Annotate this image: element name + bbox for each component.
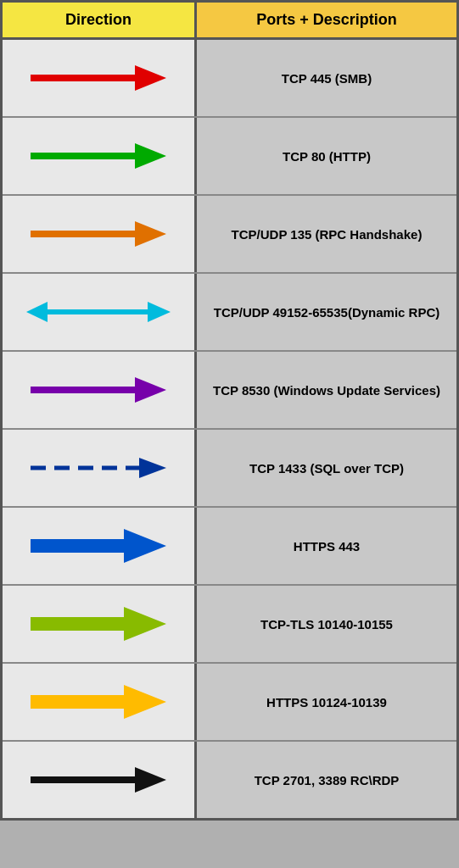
- direction-cell: [3, 430, 197, 506]
- description-cell: TCP 1433 (SQL over TCP): [197, 430, 456, 506]
- svg-rect-13: [31, 539, 128, 553]
- arrow-icon: [22, 369, 175, 411]
- description-cell: TCP/UDP 135 (RPC Handshake): [197, 196, 456, 272]
- svg-marker-18: [124, 685, 166, 719]
- description-text: HTTPS 443: [294, 539, 360, 554]
- arrow-container: [18, 287, 179, 337]
- header-row: Direction Ports + Description: [3, 3, 456, 40]
- description-cell: TCP/UDP 49152-65535(Dynamic RPC): [197, 274, 456, 350]
- arrow-icon: [22, 57, 175, 99]
- table-row: TCP/UDP 49152-65535(Dynamic RPC): [3, 274, 456, 352]
- svg-marker-1: [135, 65, 166, 91]
- direction-cell: [3, 508, 197, 584]
- table-row: TCP 1433 (SQL over TCP): [3, 430, 456, 508]
- arrow-container: [18, 53, 179, 103]
- description-cell: TCP 80 (HTTP): [197, 118, 456, 194]
- table-row: TCP 80 (HTTP): [3, 118, 456, 196]
- description-text: TCP 2701, 3389 RC\RDP: [255, 773, 400, 787]
- arrow-icon: [22, 525, 175, 567]
- description-text: TCP 445 (SMB): [282, 71, 372, 86]
- svg-marker-8: [26, 302, 48, 322]
- description-cell: TCP 8530 (Windows Update Services): [197, 352, 456, 428]
- table-row: HTTPS 10124-10139: [3, 664, 456, 742]
- arrow-container: [18, 676, 179, 727]
- arrow-icon: [22, 291, 175, 333]
- arrow-container: [18, 754, 179, 805]
- arrow-icon: [22, 213, 175, 255]
- svg-rect-15: [31, 617, 128, 631]
- arrow-container: [18, 131, 179, 181]
- svg-rect-17: [31, 695, 128, 709]
- table-row: HTTPS 443: [3, 508, 456, 586]
- svg-marker-12: [139, 458, 166, 478]
- arrow-icon: [22, 447, 175, 489]
- header-ports-description: Ports + Description: [197, 3, 456, 37]
- svg-marker-3: [135, 143, 166, 169]
- arrow-container: [18, 364, 179, 415]
- arrow-container: [18, 520, 179, 571]
- description-text: TCP/UDP 49152-65535(Dynamic RPC): [214, 305, 440, 320]
- direction-cell: [3, 196, 197, 272]
- arrow-container: [18, 598, 179, 649]
- header-direction: Direction: [3, 3, 197, 37]
- description-cell: TCP-TLS 10140-10155: [197, 586, 456, 662]
- main-table: Direction Ports + Description TCP 445 (S…: [0, 0, 459, 821]
- direction-cell: [3, 664, 197, 740]
- arrow-container: [18, 209, 179, 259]
- direction-cell: [3, 586, 197, 662]
- arrow-container: [18, 442, 179, 493]
- table-row: TCP-TLS 10140-10155: [3, 586, 456, 664]
- arrow-icon: [22, 603, 175, 645]
- table-row: TCP/UDP 135 (RPC Handshake): [3, 196, 456, 274]
- direction-cell: [3, 274, 197, 350]
- description-text: TCP-TLS 10140-10155: [260, 617, 393, 632]
- description-text: HTTPS 10124-10139: [266, 695, 387, 709]
- description-text: TCP 1433 (SQL over TCP): [249, 461, 404, 476]
- direction-cell: [3, 40, 197, 116]
- arrow-icon: [22, 681, 175, 723]
- description-cell: TCP 2701, 3389 RC\RDP: [197, 742, 456, 818]
- description-text: TCP 80 (HTTP): [283, 149, 371, 164]
- svg-marker-10: [135, 377, 166, 403]
- table-row: TCP 8530 (Windows Update Services): [3, 352, 456, 430]
- svg-marker-16: [124, 607, 166, 641]
- direction-cell: [3, 742, 197, 818]
- svg-marker-7: [148, 302, 171, 322]
- direction-cell: [3, 118, 197, 194]
- description-cell: HTTPS 443: [197, 508, 456, 584]
- table-row: TCP 2701, 3389 RC\RDP: [3, 742, 456, 818]
- arrow-icon: [22, 135, 175, 177]
- description-cell: HTTPS 10124-10139: [197, 664, 456, 740]
- description-text: TCP 8530 (Windows Update Services): [213, 383, 440, 398]
- svg-marker-20: [135, 767, 166, 793]
- svg-marker-5: [135, 221, 166, 247]
- arrow-icon: [22, 759, 175, 801]
- table-row: TCP 445 (SMB): [3, 40, 456, 118]
- svg-marker-14: [124, 529, 166, 563]
- direction-cell: [3, 352, 197, 428]
- description-cell: TCP 445 (SMB): [197, 40, 456, 116]
- description-text: TCP/UDP 135 (RPC Handshake): [232, 227, 423, 242]
